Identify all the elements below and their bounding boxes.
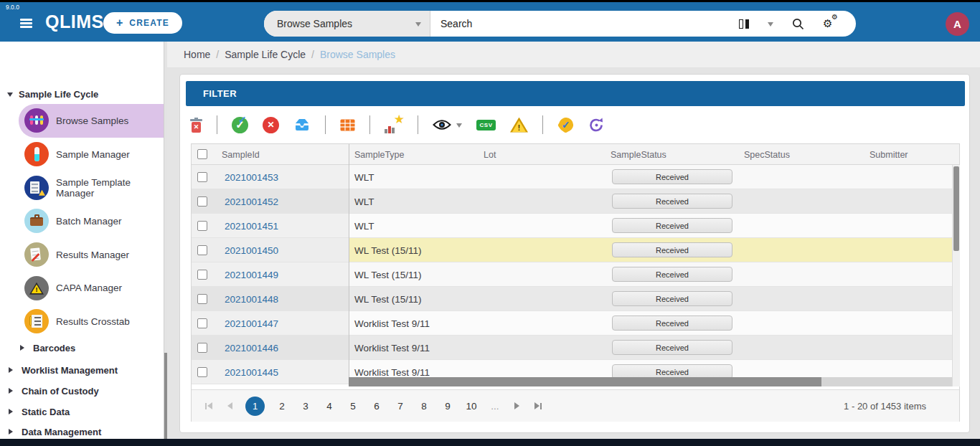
visibility-selector[interactable]: [433, 119, 462, 131]
sidebar-item-browse-samples[interactable]: Browse Samples: [19, 104, 167, 138]
warning-icon[interactable]: [510, 118, 528, 133]
sidebar-item-barcodes[interactable]: Barcodes: [17, 341, 75, 355]
column-header-submitter[interactable]: Submitter: [870, 144, 908, 165]
table-row[interactable]: 2021001448 WL Test (15/11) Received: [192, 287, 959, 311]
table-row[interactable]: 2021001447 Worklist Test 9/11 Received: [192, 311, 959, 336]
status-badge[interactable]: Received: [612, 194, 732, 209]
column-header-specstatus[interactable]: SpecStatus: [744, 144, 790, 165]
sidebar-item-results-manager[interactable]: Results Manager: [19, 238, 167, 272]
history-icon[interactable]: [588, 117, 605, 133]
table-row[interactable]: 2021001451 WLT Received: [192, 214, 959, 238]
create-button-label: CREATE: [129, 18, 169, 28]
sidebar-item-batch-manager[interactable]: Batch Manager: [19, 204, 167, 238]
global-search-input[interactable]: [430, 18, 739, 29]
sample-id-link[interactable]: 2021001450: [225, 238, 278, 262]
page-button[interactable]: 2: [275, 401, 288, 412]
row-checkbox[interactable]: [197, 318, 207, 328]
sidebar-section-worklist-management[interactable]: Worklist Management: [6, 363, 118, 377]
sample-id-link[interactable]: 2021001451: [225, 214, 278, 238]
last-page-button[interactable]: [532, 402, 544, 409]
row-checkbox[interactable]: [197, 245, 207, 255]
sample-id-link[interactable]: 2021001449: [225, 262, 278, 287]
row-checkbox[interactable]: [197, 343, 207, 353]
create-button[interactable]: + CREATE: [103, 12, 182, 34]
csv-export-icon[interactable]: CSV: [476, 120, 496, 131]
table-row[interactable]: 2021001452 WLT Received: [192, 189, 959, 214]
table-row[interactable]: 2021001449 WL Test (15/11) Received: [192, 262, 959, 287]
status-badge[interactable]: Received: [612, 267, 732, 282]
dropdown-caret-icon[interactable]: [768, 22, 773, 29]
breadcrumb-sample-life-cycle[interactable]: Sample Life Cycle: [225, 49, 306, 60]
status-badge[interactable]: Received: [612, 340, 732, 355]
sidebar-item-sample-manager[interactable]: Sample Manager: [19, 138, 167, 171]
confirm-icon[interactable]: [232, 117, 248, 133]
column-header-samplestatus[interactable]: SampleStatus: [611, 144, 666, 165]
sidebar-item-results-crosstab[interactable]: Results Crosstab: [19, 305, 167, 338]
sidebar-section-static-data[interactable]: Static Data: [6, 404, 70, 419]
row-checkbox[interactable]: [197, 196, 207, 207]
column-header-lot[interactable]: Lot: [484, 144, 496, 165]
page-button[interactable]: 7: [394, 401, 407, 412]
breadcrumb-home[interactable]: Home: [184, 49, 210, 60]
previous-page-button[interactable]: [225, 402, 235, 409]
page-button[interactable]: 10: [465, 401, 478, 412]
verify-badge-icon[interactable]: [557, 117, 574, 133]
row-checkbox[interactable]: [197, 221, 207, 231]
page-button[interactable]: 6: [370, 401, 383, 412]
first-page-button[interactable]: [203, 402, 215, 409]
column-header-sampletype[interactable]: SampleType: [354, 144, 404, 165]
row-checkbox[interactable]: [197, 294, 207, 304]
sidebar-section-data-management[interactable]: Data Management: [6, 424, 101, 439]
status-badge[interactable]: Received: [612, 315, 732, 331]
sidebar-item-capa-manager[interactable]: ! CAPA Manager: [19, 271, 167, 305]
sample-id-link[interactable]: 2021001453: [225, 165, 278, 189]
vertical-scrollbar-thumb[interactable]: [953, 166, 959, 251]
search-context-selector[interactable]: Browse Samples: [264, 11, 430, 37]
sample-id-link[interactable]: 2021001446: [225, 336, 278, 360]
chart-star-icon[interactable]: [385, 116, 403, 133]
status-badge[interactable]: Received: [612, 242, 732, 257]
page-button[interactable]: 8: [418, 401, 430, 412]
inbox-icon[interactable]: [293, 118, 311, 132]
vertical-scrollbar[interactable]: [952, 165, 960, 386]
sidebar-item-label: CAPA Manager: [56, 283, 122, 293]
reject-icon[interactable]: [263, 117, 279, 133]
column-header-sampleid[interactable]: SampleId: [222, 144, 260, 165]
status-badge[interactable]: Received: [612, 169, 732, 184]
status-badge[interactable]: Received: [612, 218, 732, 233]
page-button[interactable]: 4: [323, 401, 336, 412]
settings-gears-icon[interactable]: [823, 16, 837, 31]
sample-id-link[interactable]: 2021001445: [225, 360, 278, 384]
user-avatar[interactable]: A: [946, 12, 969, 36]
horizontal-scrollbar[interactable]: [349, 377, 952, 386]
sample-id-link[interactable]: 2021001448: [225, 287, 278, 311]
page-button[interactable]: 5: [347, 401, 359, 412]
search-icon[interactable]: [792, 18, 804, 30]
sidebar-scrollbar[interactable]: [164, 42, 167, 439]
page-button-current[interactable]: 1: [245, 397, 265, 416]
row-checkbox[interactable]: [197, 367, 207, 377]
delete-icon[interactable]: [190, 118, 202, 133]
select-all-checkbox[interactable]: [197, 149, 207, 159]
sample-id-link[interactable]: 2021001452: [225, 189, 278, 214]
sidebar-item-sample-template-manager[interactable]: Sample Template Manager: [19, 171, 167, 204]
row-checkbox[interactable]: [197, 270, 207, 280]
breadcrumb-browse-samples[interactable]: Browse Samples: [320, 49, 395, 60]
sample-id-link[interactable]: 2021001447: [225, 311, 278, 336]
page-button[interactable]: 9: [441, 401, 454, 412]
status-badge[interactable]: Received: [612, 291, 732, 306]
grid-header-row: SampleId SampleType Lot SampleStatus Spe…: [192, 144, 959, 165]
sidebar-section-chain-of-custody[interactable]: Chain of Custody: [6, 384, 99, 398]
next-page-button[interactable]: [512, 402, 522, 409]
column-view-icon[interactable]: [739, 19, 749, 29]
table-row[interactable]: 2021001446 Worklist Test 9/11 Received: [192, 336, 959, 360]
table-row-selected[interactable]: 2021001450 WL Test (15/11) Received: [192, 238, 959, 262]
table-icon[interactable]: [340, 119, 355, 131]
hamburger-menu-icon[interactable]: [20, 19, 32, 28]
sidebar-section-sample-life-cycle[interactable]: Sample Life Cycle: [7, 87, 98, 101]
row-checkbox[interactable]: [197, 172, 207, 182]
table-row[interactable]: 2021001453 WLT Received: [192, 165, 959, 189]
horizontal-scrollbar-thumb[interactable]: [349, 377, 821, 386]
filter-header[interactable]: FILTER: [186, 81, 965, 106]
page-button[interactable]: 3: [299, 401, 312, 412]
